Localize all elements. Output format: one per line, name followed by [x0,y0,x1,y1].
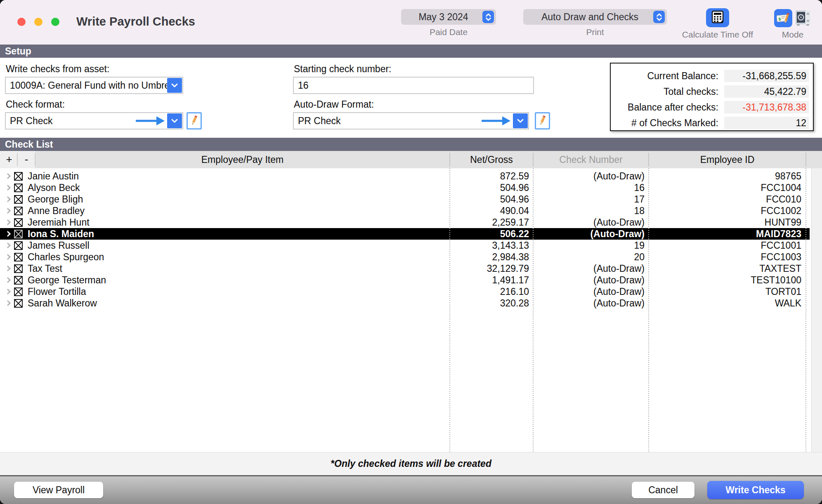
print-value: Auto Draw and Checks [523,12,653,23]
setup-section-header: Setup [0,45,822,58]
check-format-label: Check format: [6,99,65,110]
table-row[interactable]: George Testerman1,491.17(Auto-Draw)TEST1… [0,274,822,286]
add-row-button[interactable]: + [1,151,17,168]
disclosure-chevron-icon[interactable] [5,219,11,225]
zoom-window-button[interactable] [51,18,59,26]
table-row[interactable]: Janie Austin872.59(Auto-Draw)98765 [0,170,822,182]
disclosure-chevron-icon[interactable] [5,254,11,260]
print-popup[interactable]: Auto Draw and Checks [523,9,667,25]
up-down-stepper-icon[interactable] [653,11,665,23]
starting-check-number-label: Starting check number: [294,64,392,75]
safe-icon [795,9,811,28]
check-writing-mode-button[interactable]: $ [774,9,792,27]
column-header-check-number[interactable]: Check Number [533,151,649,168]
remove-row-button[interactable]: - [18,151,35,168]
column-header-employee-id[interactable]: Employee ID [649,151,806,168]
view-payroll-button[interactable]: View Payroll [14,482,103,498]
employee-id-cell: HUNT99 [649,217,801,228]
write-payroll-checks-window: Write Payroll Checks May 3 2024 Paid Dat… [0,0,822,504]
employee-id-cell: TORT01 [649,286,801,297]
summary-value: 45,422.79 [724,85,809,98]
disclosure-chevron-icon[interactable] [5,196,11,202]
summary-label: Current Balance: [647,71,718,82]
checked-checkbox[interactable] [14,276,23,285]
checked-checkbox[interactable] [14,287,23,296]
up-down-stepper-icon[interactable] [482,11,494,23]
check-format-dropdown[interactable]: PR Check [5,112,183,130]
table-row[interactable]: Tax Test32,129.79(Auto-Draw)TAXTEST [0,263,822,274]
checked-checkbox[interactable] [14,253,23,261]
check-number-cell: (Auto-Draw) [533,263,645,274]
checked-checkbox[interactable] [14,299,23,308]
disclosure-chevron-icon[interactable] [5,243,11,248]
table-row[interactable]: Flower Tortilla216.10(Auto-Draw)TORT01 [0,286,822,297]
column-divider [449,168,450,452]
paid-date-popup[interactable]: May 3 2024 [401,9,496,25]
checked-checkbox[interactable] [14,264,23,273]
asset-dropdown[interactable]: 10009A: General Fund with no Umbrella - … [5,77,183,94]
summary-value: 12 [724,117,809,129]
calculate-time-off-button[interactable] [706,8,729,27]
paid-date-value: May 3 2024 [401,12,482,23]
disclosure-chevron-icon[interactable] [5,208,11,214]
employee-cell: Tax Test [0,263,450,274]
checked-checkbox[interactable] [14,207,23,215]
starting-check-number-input[interactable] [293,77,534,94]
table-row[interactable]: Alyson Beck504.9616FCC1004 [0,182,822,193]
minimize-window-button[interactable] [34,18,43,26]
employee-id-cell: MAID7823 [649,228,801,240]
auto-draw-format-dropdown[interactable]: PR Check [293,112,529,130]
employee-id-cell: TAXTEST [649,263,801,274]
edit-check-format-button[interactable] [187,112,202,130]
checked-checkbox[interactable] [14,230,23,238]
cancel-button[interactable]: Cancel [632,482,694,498]
column-header-employee-pay-item[interactable]: Employee/Pay Item [35,151,450,168]
employee-name: Janie Austin [28,170,79,182]
table-row[interactable]: George Bligh504.9617FCC010 [0,193,822,205]
table-row[interactable]: James Russell3,143.1319FCC1001 [0,240,822,251]
table-row[interactable]: Charles Spurgeon2,984.3820FCC1003 [0,251,822,263]
disclosure-chevron-icon[interactable] [5,289,11,294]
summary-label: # of Checks Marked: [631,118,718,129]
checked-checkbox[interactable] [14,172,23,181]
chevron-down-icon[interactable] [167,78,182,93]
check-list-header: + - Employee/Pay Item Net/Gross Check Nu… [0,151,822,168]
column-header-net-gross[interactable]: Net/Gross [450,151,533,168]
disclosure-chevron-icon[interactable] [5,231,11,237]
page-title: Write Payroll Checks [76,15,195,28]
close-window-button[interactable] [17,18,26,26]
table-row[interactable]: Sarah Walkerow320.28(Auto-Draw)WALK [0,297,822,309]
checked-checkbox[interactable] [14,184,23,192]
calculate-time-off-group: Calculate Time Off [673,8,762,40]
summary-label: Total checks: [664,86,718,97]
check-number-cell: 16 [533,182,645,193]
table-row[interactable]: Anne Bradley490.0418FCC1002 [0,205,822,217]
svg-text:$: $ [778,16,782,21]
checked-checkbox[interactable] [14,218,23,227]
check-number-cell: (Auto-Draw) [533,286,645,297]
chevron-down-icon[interactable] [513,113,528,128]
disclosure-chevron-icon[interactable] [5,277,11,283]
disclosure-chevron-icon[interactable] [5,185,11,191]
footnote-strip: *Only checked items will be created [0,452,822,475]
write-checks-button[interactable]: Write Checks [707,481,804,499]
disclosure-chevron-icon[interactable] [5,266,11,271]
vault-mode-button[interactable] [795,10,811,27]
auto-draw-format-label: Auto-Draw Format: [294,99,374,110]
employee-cell: Anne Bradley [0,205,450,217]
scrollbar-track[interactable] [811,168,822,452]
divider [17,153,18,166]
employee-cell: James Russell [0,240,450,251]
chevron-down-icon[interactable] [167,113,182,128]
table-row[interactable]: Jeremiah Hunt2,259.17(Auto-Draw)HUNT99 [0,217,822,228]
disclosure-chevron-icon[interactable] [5,173,11,179]
disclosure-chevron-icon[interactable] [5,300,11,306]
checked-checkbox[interactable] [14,241,23,250]
summary-value: -31,713,678.38 [724,101,809,113]
table-row[interactable]: Iona S. Maiden506.22(Auto-Draw)MAID7823 [0,228,822,240]
footnote-text: *Only checked items will be created [331,458,491,469]
checked-checkbox[interactable] [14,195,23,204]
summary-row: Current Balance:-31,668,255.59 [615,68,809,83]
employee-name: George Bligh [28,193,83,205]
edit-auto-draw-format-button[interactable] [535,112,550,130]
